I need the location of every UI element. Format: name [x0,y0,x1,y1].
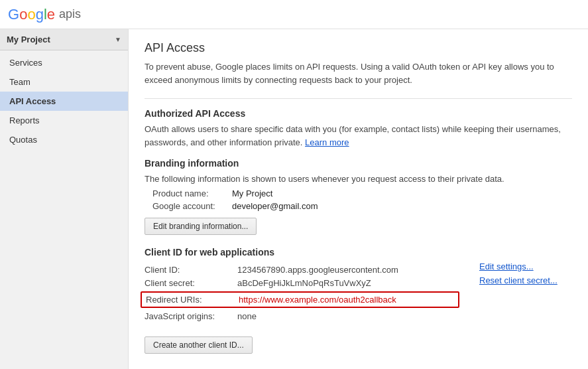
client-fields: Client ID: 1234567890.apps.googleusercon… [145,261,455,325]
logo-e: e [47,6,55,23]
sidebar-item-reports[interactable]: Reports [0,111,128,130]
sidebar-item-api-access[interactable]: API Access [0,92,128,111]
redirect-uris-value: https://www.example.com/oauth2callback [239,295,396,305]
logo-g2: g [36,6,44,23]
branding-title: Branding information [145,158,572,169]
branding-product-name-row: Product name: My Project [152,188,572,198]
logo-o1: o [19,6,27,23]
google-logo: Google [8,6,55,23]
project-selector[interactable]: My Project ▼ [0,29,128,50]
branding-desc: The following information is shown to us… [145,173,572,186]
logo-g: G [8,6,19,23]
apis-label: apis [59,7,81,21]
client-id-value: 1234567890.apps.googleusercontent.com [237,265,398,275]
sidebar-nav: Services Team API Access Reports Quotas [0,53,128,149]
edit-settings-link[interactable]: Edit settings... [479,261,572,271]
project-label: My Project [7,35,50,44]
sidebar: My Project ▼ Services Team API Access Re… [0,29,129,369]
authorized-section-title: Authorized API Access [145,108,572,119]
divider-1 [145,98,572,99]
create-client-btn-row: Create another client ID... [145,336,572,354]
sidebar-item-quotas[interactable]: Quotas [0,130,128,149]
learn-more-link[interactable]: Learn more [305,137,349,147]
layout: My Project ▼ Services Team API Access Re… [0,29,588,369]
client-secret-label: Client secret: [145,278,237,288]
client-id-table: Client ID: 1234567890.apps.googleusercon… [145,261,572,325]
branding-google-account-row: Google account: developer@gmail.com [152,201,572,211]
sidebar-item-team[interactable]: Team [0,72,128,92]
google-account-value: developer@gmail.com [232,201,318,211]
product-name-label: Product name: [152,188,232,198]
page-intro: To prevent abuse, Google places limits o… [145,60,572,86]
dropdown-arrow-icon: ▼ [115,36,121,43]
redirect-uris-label: Redirect URIs: [146,295,239,305]
edit-branding-button[interactable]: Edit branding information... [145,218,257,235]
redirect-uris-row: Redirect URIs: https://www.example.com/o… [141,291,459,308]
client-id-row: Client ID: 1234567890.apps.googleusercon… [145,265,455,275]
create-client-id-button[interactable]: Create another client ID... [145,336,253,354]
client-actions: Edit settings... Reset client secret... [466,261,572,325]
google-account-label: Google account: [152,201,232,211]
main-content: API Access To prevent abuse, Google plac… [129,29,588,369]
page-title: API Access [145,41,572,55]
js-origins-value: none [237,311,257,321]
header: Google apis [0,0,588,29]
js-origins-label: JavaScript origins: [145,311,237,321]
logo-o2: o [27,6,35,23]
client-secret-row: Client secret: aBcDeFgHiJkLmNoPqRsTuVwXy… [145,278,455,288]
js-origins-row: JavaScript origins: none [145,311,455,321]
authorized-section-desc: OAuth allows users to share specific dat… [145,123,572,149]
client-id-label: Client ID: [145,265,237,275]
reset-client-secret-link[interactable]: Reset client secret... [479,275,572,285]
edit-branding-btn-row: Edit branding information... [145,218,572,235]
client-id-section: Client ID for web applications Client ID… [145,247,572,354]
sidebar-item-services[interactable]: Services [0,53,128,72]
client-secret-value: aBcDeFgHiJkLmNoPqRsTuVwXyZ [237,278,371,288]
client-id-section-title: Client ID for web applications [145,247,572,258]
branding-section: Branding information The following infor… [145,158,572,235]
product-name-value: My Project [232,188,272,198]
